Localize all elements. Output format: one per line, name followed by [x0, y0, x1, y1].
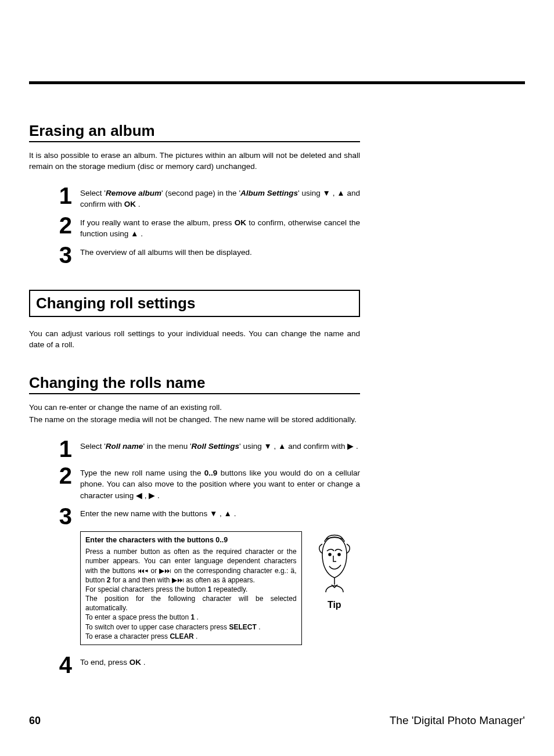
step-4: 4 To end, press OK . [29, 653, 360, 676]
skip-next-icon: ▶⏭ [159, 566, 171, 575]
step-number: 2 [29, 214, 80, 237]
step-text: The overview of all albums will then be … [80, 243, 360, 258]
step-1: 1 Select 'Remove album' (second page) in… [29, 184, 360, 210]
tip-line-2: For special characters press the button … [85, 585, 297, 594]
tip-illustration: Tip [309, 531, 360, 610]
up-arrow-icon: ▲ [224, 508, 232, 520]
intro-rolls-name-1: You can re-enter or change the name of a… [29, 402, 360, 413]
step-2: 2 If you really want to erase the album,… [29, 214, 360, 240]
down-arrow-icon: ▼ [323, 188, 330, 199]
step-3: 3 The overview of all albums will then b… [29, 243, 360, 267]
tip-line-1: Press a number button as often as the re… [85, 547, 297, 585]
up-arrow-icon: ▲ [337, 188, 344, 199]
up-arrow-icon: ▲ [278, 441, 286, 452]
step-text: If you really want to erase the album, p… [80, 214, 360, 240]
steps-rolls-name: 1 Select 'Roll name' in the menu 'Roll S… [29, 437, 360, 528]
step-2: 2 Type the new roll name using the 0..9 … [29, 464, 360, 502]
down-arrow-icon: ▼ [264, 441, 271, 452]
step-number: 1 [29, 184, 80, 207]
svg-point-1 [338, 553, 340, 556]
tip-label: Tip [309, 600, 360, 610]
right-arrow-icon: ▶ [149, 490, 155, 502]
tip-line-5: To switch over to upper case characters … [85, 622, 297, 632]
top-rule [29, 81, 525, 84]
tip-line-4: To enter a space press the button 1 . [85, 613, 297, 622]
right-arrow-icon: ▶ [347, 441, 354, 452]
step-text: To end, press OK . [80, 653, 360, 668]
left-arrow-icon: ◀ [136, 490, 142, 502]
heading-changing-roll-settings: Changing roll settings [29, 290, 360, 317]
page-number: 60 [29, 715, 41, 727]
step-1: 1 Select 'Roll name' in the menu 'Roll S… [29, 437, 360, 460]
intro-rolls-name-2: The name on the storage media will not b… [29, 415, 360, 426]
tip-row: Enter the characters with the buttons 0.… [80, 531, 360, 645]
intro-erasing-album: It is also possible to erase an album. T… [29, 150, 360, 172]
tip-box: Enter the characters with the buttons 0.… [80, 531, 302, 645]
step-number: 2 [29, 464, 80, 487]
step-3: 3 Enter the new name with the buttons ▼ … [29, 505, 360, 528]
intro-roll-settings: You can adjust various roll settings to … [29, 329, 360, 351]
tip-line-6: To erase a character press CLEAR . [85, 632, 297, 641]
step-number: 3 [29, 505, 80, 528]
step-number: 3 [29, 243, 80, 267]
step-number: 1 [29, 437, 80, 460]
steps-rolls-name-cont: 4 To end, press OK . [29, 653, 360, 676]
footer-title: The 'Digital Photo Manager' [390, 714, 525, 727]
main-content: Erasing an album It is also possible to … [29, 116, 360, 680]
step-text: Enter the new name with the buttons ▼ , … [80, 505, 360, 520]
face-icon [314, 531, 355, 595]
up-arrow-icon: ▲ [131, 228, 138, 240]
skip-next-icon: ▶⏭ [172, 575, 184, 585]
heading-erasing-album: Erasing an album [29, 122, 360, 142]
step-text: Select 'Roll name' in the menu 'Roll Set… [80, 437, 360, 452]
step-text: Type the new roll name using the 0..9 bu… [80, 464, 360, 502]
step-text: Select 'Remove album' (second page) in t… [80, 184, 360, 210]
skip-prev-icon: ⏮◀ [138, 566, 148, 575]
heading-changing-rolls-name: Changing the rolls name [29, 374, 360, 394]
svg-point-0 [329, 553, 331, 556]
tip-line-3: The position for the following character… [85, 594, 297, 613]
tip-header: Enter the characters with the buttons 0.… [85, 535, 297, 545]
step-number: 4 [29, 653, 80, 676]
page-footer: 60 The 'Digital Photo Manager' [29, 714, 525, 727]
steps-erasing-album: 1 Select 'Remove album' (second page) in… [29, 184, 360, 267]
down-arrow-icon: ▼ [210, 508, 217, 520]
